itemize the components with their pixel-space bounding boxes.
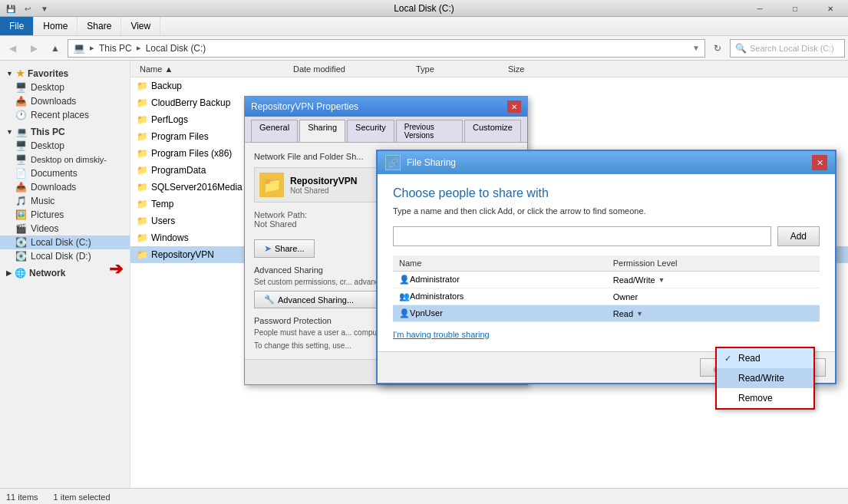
tab-view[interactable]: View	[121, 17, 160, 35]
trouble-link[interactable]: I'm having trouble sharing	[393, 330, 820, 339]
vpnuser-permission: Read	[613, 309, 633, 318]
sharing-close-button[interactable]: ✕	[812, 155, 827, 170]
sharing-name-input[interactable]	[393, 226, 771, 246]
sidebar-music-label: Music	[31, 196, 54, 206]
title-bar: 💾 ↩ ▼ Local Disk (C:) ─ □ ✕	[0, 0, 848, 17]
table-row-vpnuser[interactable]: 👤VpnUser Read ▼	[393, 305, 820, 322]
sidebar-item-pictures[interactable]: 🖼️ Pictures	[0, 208, 130, 222]
sidebar-thispc-section: ▼ 💻 This PC 🖥️ Desktop 🖥️ Desktop on dim…	[0, 125, 130, 263]
perm-menu-item-remove[interactable]: Remove	[717, 388, 813, 408]
advanced-btn-label: Advanced Sharing...	[278, 295, 354, 305]
sidebar-item-desktop[interactable]: 🖥️ Desktop	[0, 139, 130, 153]
backup-icon: 📁	[137, 81, 148, 91]
temp-name: Temp	[151, 199, 173, 209]
admins-permission: Owner	[613, 292, 638, 301]
tab-file[interactable]: File	[0, 17, 34, 35]
refresh-button[interactable]: ↻	[708, 39, 727, 58]
vpnuser-name: VpnUser	[410, 308, 443, 318]
vpnuser-permission-cell: Read ▼	[613, 309, 813, 318]
repositoryvpn-icon: 📁	[137, 249, 148, 260]
undo-icon[interactable]: ↩	[20, 0, 35, 17]
admin-user-icon: 👤	[399, 275, 410, 284]
props-close-button[interactable]: ✕	[507, 100, 521, 113]
programdata-name: ProgramData	[151, 165, 206, 176]
sidebar-item-desktop-dimskiy[interactable]: 🖥️ Desktop on dimskiy-	[0, 153, 130, 166]
sidebar-favorites-label: Favorites	[28, 68, 68, 79]
windows-icon: 📁	[137, 232, 148, 243]
share-button[interactable]: ➤ Share...	[254, 239, 315, 258]
sidebar-item-recent-fav[interactable]: 🕐 Recent places	[0, 108, 130, 122]
search-placeholder: Search Local Disk (C:)	[750, 44, 834, 53]
props-tab-general[interactable]: General	[251, 120, 298, 142]
perm-menu-item-read[interactable]: ✓ Read	[717, 348, 813, 368]
admin-permission: Read/Write	[613, 275, 655, 285]
tab-home[interactable]: Home	[34, 17, 78, 35]
col-name-header[interactable]: Name ▲	[137, 64, 290, 74]
address-path-icon: 💻	[73, 42, 85, 54]
admin-perm-dropdown-icon[interactable]: ▼	[658, 276, 665, 284]
props-folder-icon: 📁	[259, 173, 284, 197]
tab-share[interactable]: Share	[78, 17, 121, 35]
status-bar: 11 items 1 item selected	[0, 488, 848, 504]
save-icon[interactable]: 💾	[3, 0, 18, 17]
sharing-dialog-icon: 🔗	[385, 155, 401, 170]
sidebar-downloads-label: Downloads	[31, 182, 76, 193]
sidebar-desktop-fav-label: Desktop	[31, 82, 64, 93]
props-tab-security[interactable]: Security	[347, 120, 394, 142]
props-tab-sharing[interactable]: Sharing	[299, 120, 345, 142]
share-btn-icon: ➤	[264, 243, 272, 254]
advanced-icon: 🔧	[264, 295, 275, 305]
admin-name: Administrator	[410, 275, 460, 284]
users-name: Users	[151, 216, 175, 226]
sidebar-item-downloads[interactable]: 📥 Downloads	[0, 180, 130, 194]
search-box[interactable]: 🔍 Search Local Disk (C:)	[730, 39, 845, 58]
perm-remove-label: Remove	[738, 393, 773, 404]
sidebar-thispc-label: This PC	[31, 127, 65, 137]
sidebar-thispc-header[interactable]: ▼ 💻 This PC	[0, 125, 130, 139]
programfilesx86-name: Program Files (x86)	[151, 148, 232, 159]
localdisk-d-icon: 💽	[15, 251, 27, 262]
col-date-header[interactable]: Date modified	[290, 64, 413, 74]
net-path-label: Network Path:	[254, 210, 307, 219]
perm-menu-item-readwrite[interactable]: Read/Write	[717, 368, 813, 388]
address-chevron[interactable]: ▼	[692, 44, 700, 52]
table-row-administrator[interactable]: 👤Administrator Read/Write ▼	[393, 272, 820, 288]
sidebar-item-downloads-fav[interactable]: 📥 Downloads	[0, 94, 130, 108]
back-button[interactable]: ◀	[3, 39, 21, 58]
sharing-add-button[interactable]: Add	[777, 226, 820, 246]
sidebar-favorites-header[interactable]: ▼ ★ Favorites	[0, 67, 130, 81]
sqlserver-icon: 📁	[137, 182, 148, 193]
vpnuser-perm-dropdown-icon[interactable]: ▼	[636, 310, 643, 318]
sidebar-item-videos[interactable]: 🎬 Videos	[0, 222, 130, 236]
sidebar-item-music[interactable]: 🎵 Music	[0, 194, 130, 208]
close-button[interactable]: ✕	[813, 0, 848, 17]
pictures-icon: 🖼️	[15, 209, 27, 220]
forward-button[interactable]: ▶	[25, 39, 43, 58]
desktop-dimskiy-icon: 🖥️	[15, 154, 27, 165]
sidebar-item-desktop-fav[interactable]: 🖥️ Desktop	[0, 81, 130, 94]
sharing-title-label: File Sharing	[407, 157, 456, 168]
props-tab-customize[interactable]: Customize	[464, 120, 521, 142]
col-size-header[interactable]: Size	[505, 64, 566, 74]
selected-count: 1 item selected	[54, 492, 111, 502]
address-path-disk: Local Disk (C:)	[146, 43, 206, 54]
file-item-backup[interactable]: 📁Backup	[130, 77, 848, 94]
maximize-button[interactable]: □	[777, 0, 813, 17]
sidebar-favorites-section: ▼ ★ Favorites 🖥️ Desktop 📥 Downloads 🕐 R…	[0, 67, 130, 122]
thispc-arrow-icon: ▼	[6, 128, 13, 136]
props-tab-previous[interactable]: Previous Versions	[396, 120, 463, 142]
read-check-icon: ✓	[724, 354, 734, 364]
col-type-header[interactable]: Type	[413, 64, 505, 74]
dropdown-arrow-icon[interactable]: ▼	[37, 0, 52, 17]
admin-permission-cell: Read/Write ▼	[613, 275, 813, 285]
sidebar-item-localdisk-c[interactable]: 💽 Local Disk (C:)	[0, 236, 130, 249]
window-controls: ─ □ ✕	[742, 0, 848, 17]
address-input[interactable]: 💻 ▸ This PC ▸ Local Disk (C:) ▼	[68, 39, 705, 58]
sidebar-item-documents[interactable]: 📄 Documents	[0, 166, 130, 180]
table-row-administrators[interactable]: 👥Administrators Owner	[393, 288, 820, 305]
desktop-fav-icon: 🖥️	[15, 82, 27, 93]
recent-fav-icon: 🕐	[15, 110, 27, 120]
minimize-button[interactable]: ─	[742, 0, 777, 17]
address-path: This PC	[99, 43, 132, 54]
up-button[interactable]: ▲	[46, 39, 64, 58]
